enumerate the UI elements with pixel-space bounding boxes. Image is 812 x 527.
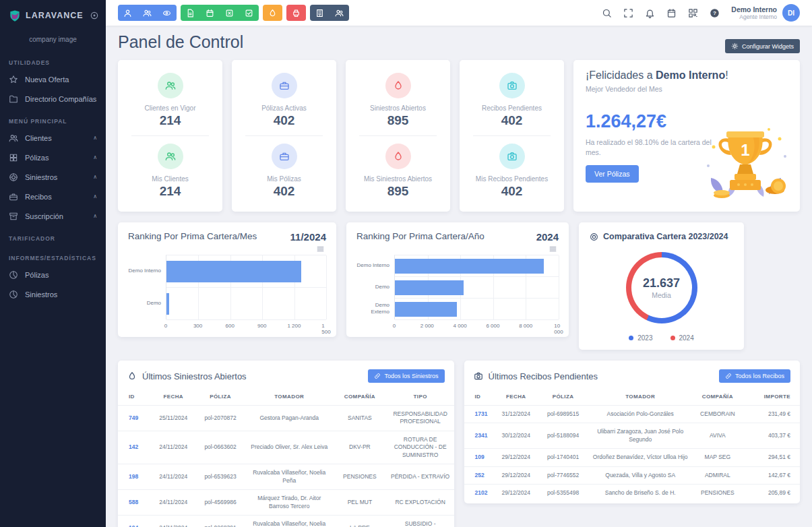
chart-bar[interactable] bbox=[395, 280, 464, 295]
chart-bar[interactable] bbox=[395, 302, 457, 317]
row-id-link[interactable]: 1731 bbox=[464, 406, 495, 423]
column-header: TIPO bbox=[387, 390, 454, 406]
table-cell: pol-6539623 bbox=[195, 464, 246, 490]
stat-top[interactable]: Recibos Pendientes402 bbox=[465, 67, 559, 134]
toolbar-users-button[interactable] bbox=[137, 5, 157, 21]
table-row[interactable]: 173131/12/2024pol-6989515Asociación Polo… bbox=[464, 406, 801, 423]
sidebar-item-nueva-oferta[interactable]: Nueva Oferta bbox=[0, 69, 106, 89]
stat-top[interactable]: Siniestros Abiertos895 bbox=[351, 67, 445, 134]
sidebar-nav: UTILIDADESNueva OfertaDirectorio Compañí… bbox=[0, 50, 106, 304]
header-qr-button[interactable] bbox=[688, 8, 698, 18]
table-row[interactable]: 19424/11/2024pol-0268391Ruvalcaba Villas… bbox=[118, 516, 454, 527]
toolbar-file-text-button[interactable] bbox=[181, 5, 200, 21]
table-row[interactable]: 19824/11/2024pol-6539623Ruvalcaba Villas… bbox=[118, 464, 454, 490]
chart-bar[interactable] bbox=[166, 293, 169, 315]
user-text: Demo Interno Agente Interno bbox=[731, 5, 777, 20]
table-row[interactable]: 234130/12/2024pol-5188094Ulibarri Zarago… bbox=[464, 423, 801, 449]
donut-chart[interactable]: 21.637 Media bbox=[626, 252, 697, 323]
stat-bottom[interactable]: Mis Recibos Pendientes402 bbox=[465, 137, 559, 205]
sidebar-item-recibos[interactable]: Recibos∧ bbox=[0, 187, 106, 206]
sidebar-item-p-lizas[interactable]: Pólizas∧ bbox=[0, 148, 106, 167]
user-menu[interactable]: Demo Interno Agente Interno DI bbox=[731, 4, 800, 22]
logo-row: LARAVANCE bbox=[0, 0, 106, 28]
table-cell: 25/11/2024 bbox=[152, 406, 195, 431]
chart-menu-button[interactable] bbox=[358, 245, 557, 253]
toolbar-package-button[interactable] bbox=[220, 5, 239, 21]
row-id-link[interactable]: 2102 bbox=[464, 485, 495, 502]
header-maximize-button[interactable] bbox=[623, 8, 633, 18]
chart-bar[interactable] bbox=[395, 259, 544, 274]
qr-icon bbox=[688, 8, 698, 18]
row-id-link[interactable]: 2341 bbox=[464, 423, 495, 449]
toolbar-users-button[interactable] bbox=[330, 5, 349, 21]
sidebar-item-label: Clientes bbox=[25, 134, 52, 142]
chart-category-label: Demo Interno bbox=[356, 255, 394, 276]
chart-x-tick: 600 bbox=[226, 323, 235, 329]
row-id-link[interactable]: 198 bbox=[118, 464, 152, 490]
stat-bottom[interactable]: Mis Siniestros Abiertos895 bbox=[351, 137, 445, 205]
sidebar-item-p-lizas[interactable]: Pólizas bbox=[0, 265, 106, 284]
table-row[interactable]: 25229/12/2024pol-7746552Quezada, Villa y… bbox=[464, 466, 801, 484]
table-row[interactable]: 10929/12/2024pol-1740401Ordoñez Benavíde… bbox=[464, 449, 801, 466]
ver-polizas-button[interactable]: Ver Pólizas bbox=[586, 165, 639, 183]
row-id-link[interactable]: 252 bbox=[464, 466, 495, 484]
table-cell: Márquez Tirado, Dr. Aitor Barroso Tercer… bbox=[245, 490, 333, 516]
users-icon bbox=[165, 151, 176, 162]
header-search-button[interactable] bbox=[602, 8, 612, 18]
header-calendar-button[interactable] bbox=[666, 8, 677, 18]
row-id-link[interactable]: 194 bbox=[118, 516, 152, 527]
header-bell-button[interactable] bbox=[645, 8, 655, 18]
row-id-link[interactable]: 588 bbox=[118, 490, 152, 516]
chart-bar[interactable] bbox=[166, 261, 301, 282]
toolbar-printer-button[interactable] bbox=[286, 5, 306, 21]
table-row[interactable]: 210229/12/2024pol-5355498Sancho de Brise… bbox=[464, 485, 801, 502]
row-id-link[interactable]: 142 bbox=[118, 431, 152, 464]
table-row[interactable]: 14224/11/2024pol-0663602Preciado Oliver,… bbox=[118, 431, 454, 464]
table-cell: PENSIONES bbox=[692, 485, 743, 502]
stat-icon-wrap bbox=[499, 73, 525, 98]
content: Panel de Control Configurar Widgets Clie… bbox=[106, 26, 812, 527]
stat-value: 214 bbox=[160, 184, 181, 199]
chart-menu-button[interactable] bbox=[129, 245, 325, 253]
sidebar-item-directorio-compa-as[interactable]: Directorio Compañías bbox=[0, 89, 106, 108]
table-row[interactable]: 58824/11/2024pol-4569986Márquez Tirado, … bbox=[118, 490, 454, 516]
sidebar-section-heading: MENÚ PRINCIPAL bbox=[0, 108, 106, 128]
toolbar-eye-button[interactable] bbox=[157, 5, 177, 21]
header-help-button[interactable]: ? bbox=[710, 8, 720, 18]
table-cell: PEL MUT bbox=[333, 490, 387, 516]
chevron-up-icon: ∧ bbox=[93, 154, 97, 160]
sidebar-item-suscripci-n[interactable]: Suscripción∧ bbox=[0, 206, 106, 226]
sidebar-toggle-icon[interactable] bbox=[90, 11, 99, 20]
table-cell: DKV-PR bbox=[333, 431, 387, 464]
sidebar-item-siniestros[interactable]: Siniestros∧ bbox=[0, 167, 106, 187]
row-id-link[interactable]: 109 bbox=[464, 449, 495, 466]
row-id-link[interactable]: 749 bbox=[118, 406, 152, 431]
toolbar-user-button[interactable] bbox=[118, 5, 137, 21]
donut-center: 21.637 Media bbox=[631, 257, 692, 318]
plot-wrap: Demo InternoDemo bbox=[128, 255, 326, 319]
sidebar-item-siniestros[interactable]: Siniestros bbox=[0, 284, 106, 304]
sidebar-item-label: Nueva Oferta bbox=[25, 75, 69, 84]
stat-label: Siniestros Abiertos bbox=[370, 104, 426, 112]
table-view-all-button[interactable]: Todos los Recibos bbox=[719, 369, 790, 383]
toolbar-flame-button[interactable] bbox=[263, 5, 282, 21]
legend-item-2024[interactable]: 2024 bbox=[670, 334, 694, 342]
toolbar-building-button[interactable] bbox=[310, 5, 330, 21]
legend-item-2023[interactable]: 2023 bbox=[629, 334, 652, 342]
configure-widgets-button[interactable]: Configurar Widgets bbox=[725, 39, 800, 53]
table-view-all-button[interactable]: Todos los Siniestros bbox=[368, 369, 444, 383]
toolbar-calendar-button[interactable] bbox=[200, 5, 220, 21]
table-cell: SUBSIDIO - ENFERMEDAD bbox=[387, 516, 454, 527]
toolbar-check-square-button[interactable] bbox=[239, 5, 259, 21]
chart-x-tick: 6 000 bbox=[486, 323, 499, 329]
stat-top[interactable]: Clientes en Vigor214 bbox=[123, 67, 217, 134]
user-role: Agente Interno bbox=[731, 13, 777, 20]
stat-bottom[interactable]: Mis Pólizas402 bbox=[237, 137, 331, 205]
table-row[interactable]: 74925/11/2024pol-2070872Gestora Pagan-Ar… bbox=[118, 406, 454, 431]
sidebar-item-clientes[interactable]: Clientes∧ bbox=[0, 128, 106, 148]
stat-top[interactable]: Pólizas Activas402 bbox=[237, 67, 331, 134]
stat-bottom[interactable]: Mis Clientes214 bbox=[123, 137, 217, 205]
sidebar-section-heading: INFORMES/ESTADÍSTICAS bbox=[0, 245, 106, 265]
legend-dot bbox=[629, 336, 633, 340]
avatar[interactable]: DI bbox=[782, 4, 800, 22]
